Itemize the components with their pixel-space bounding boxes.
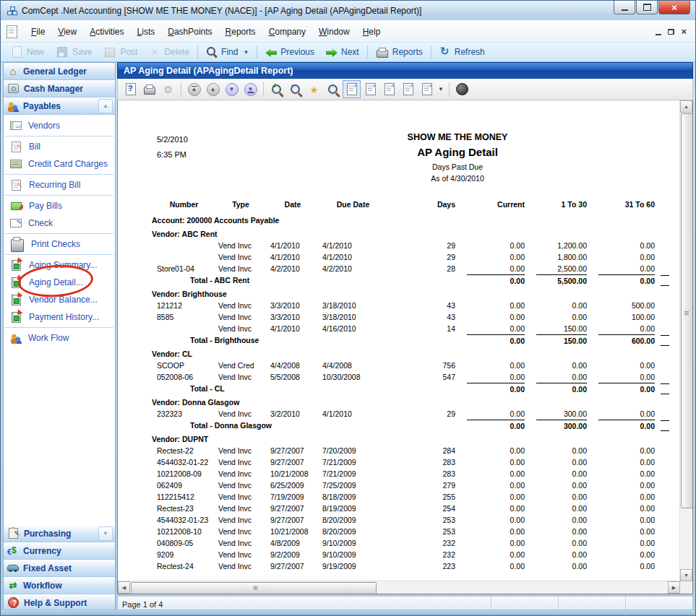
layout-3-button[interactable] <box>380 80 398 98</box>
save-button: Save <box>50 44 98 60</box>
sidebar-item-payment-history[interactable]: Payment History... <box>4 308 115 326</box>
report-row: 052008-06Vend Invc5/5/200810/30/20085470… <box>118 371 680 383</box>
sidebar-header-general-ledger[interactable]: General Ledger <box>4 63 115 80</box>
zoom-out-button[interactable] <box>286 80 304 98</box>
zoom-wand-button[interactable] <box>305 80 323 98</box>
report-icon <box>12 277 21 288</box>
sidebar-header-payables[interactable]: Payables▲ <box>4 97 115 115</box>
refresh-label: Refresh <box>455 47 485 57</box>
layout-5-button[interactable] <box>418 80 436 98</box>
layout-4-button[interactable] <box>399 80 417 98</box>
previous-label: Previous <box>280 47 314 57</box>
menu-item-activities[interactable]: Activities <box>83 25 130 39</box>
total-cell: 0.00 <box>587 383 655 394</box>
sidebar-item-work-flow[interactable]: Work Flow <box>4 329 115 347</box>
stop-button[interactable] <box>453 80 471 98</box>
export-help-icon <box>126 83 136 95</box>
sidebar-item-bill[interactable]: Bill <box>4 138 115 155</box>
new-button: New <box>5 44 50 60</box>
cell: 0.00 <box>455 360 525 371</box>
menu-item-file[interactable]: File <box>25 25 51 39</box>
layout-2-button[interactable] <box>361 80 379 98</box>
menu-item-window[interactable]: Window <box>312 25 356 39</box>
menu-item-view[interactable]: View <box>51 25 83 39</box>
column-header: Days <box>391 199 455 210</box>
cell: 0.00 <box>587 360 655 371</box>
column-header-label: Due Date <box>325 199 381 210</box>
find-button[interactable]: Find▼ <box>200 45 254 59</box>
scroll-down-arrow[interactable]: ▼ <box>680 569 692 581</box>
horizontal-scrollbar[interactable]: ◀ ▶ <box>118 581 680 594</box>
reports-button[interactable]: Reports <box>370 45 429 59</box>
menu-item-reports[interactable]: Reports <box>219 25 262 39</box>
menu-item-help[interactable]: Help <box>356 25 387 39</box>
cell: 10212008-09 <box>157 468 218 480</box>
zoom-in-button[interactable] <box>267 80 285 98</box>
previous-button[interactable]: Previous <box>259 45 320 58</box>
sidebar-header-currency[interactable]: Currency <box>4 542 115 560</box>
mdi-close-icon[interactable]: × <box>681 28 687 35</box>
menu-item-lists[interactable]: Lists <box>131 25 162 39</box>
total-value: 0.00 <box>536 383 587 394</box>
scroll-up-arrow[interactable]: ▲ <box>680 100 692 113</box>
sidebar-item-aging-summary[interactable]: Aging Summary... <box>4 256 115 274</box>
zoom-button[interactable] <box>324 80 342 98</box>
sidebar-item-recurring-bill[interactable]: Recurring Bill <box>4 176 115 194</box>
sidebar-item-aging-detail[interactable]: Aging Detail... <box>4 274 115 291</box>
report-panel-header: AP Aging Detail (APAgingDetail Report) <box>117 62 693 79</box>
chevron-down-icon[interactable]: ▼ <box>437 86 445 92</box>
column-header: 1 To 30 <box>525 199 587 210</box>
first-page-button[interactable]: ▲ <box>185 80 203 98</box>
chevron-up-icon[interactable]: ▲ <box>98 99 113 113</box>
minimize-button[interactable] <box>614 1 635 14</box>
vertical-scrollbar-thumb[interactable] <box>681 113 693 508</box>
layout-single-button[interactable] <box>343 80 361 98</box>
total-cell: 0.00 <box>455 383 525 394</box>
menu-item-company[interactable]: Company <box>262 25 312 39</box>
page-layout-icon <box>384 83 395 95</box>
cell: 8/20/2009 <box>322 526 391 537</box>
maximize-button[interactable] <box>636 1 658 14</box>
refresh-button[interactable]: Refresh <box>434 45 491 59</box>
cell: 255 <box>391 491 455 503</box>
close-button[interactable]: × <box>658 1 690 14</box>
cell: 0.00 <box>455 491 525 503</box>
next-page-button[interactable]: ▼ <box>223 80 241 98</box>
cell: 0.00 <box>455 371 525 383</box>
toolbar-separator <box>431 45 431 58</box>
sidebar-item-credit-card-charges[interactable]: Credit Card Charges <box>4 155 115 173</box>
total-cell: 0.00 <box>455 420 525 431</box>
sidebar-item-vendors[interactable]: Vendors <box>4 117 115 134</box>
sidebar-header-purchasing[interactable]: Purchasing▼ <box>4 525 115 542</box>
sidebar-item-pay-bills[interactable]: Pay Bills <box>4 197 115 214</box>
new-document-icon <box>12 46 22 58</box>
print-button[interactable] <box>140 80 158 98</box>
next-button[interactable]: Next <box>320 45 365 58</box>
sidebar-header-fixed-asset[interactable]: Fixed Asset <box>4 560 115 577</box>
mdi-restore-icon[interactable] <box>668 29 674 35</box>
sidebar-item-vendor-balance[interactable]: Vendor Balance... <box>4 291 115 308</box>
sidebar-header-cash-manager[interactable]: Cash Manager <box>4 80 115 97</box>
scroll-left-arrow[interactable]: ◀ <box>118 581 130 594</box>
sidebar-item-check[interactable]: Check <box>4 214 115 232</box>
export-help-button[interactable] <box>121 80 139 98</box>
vertical-scrollbar[interactable]: ▲ ▼ <box>679 100 692 581</box>
page-setup-button[interactable] <box>159 80 177 98</box>
page-layout-icon <box>347 83 357 95</box>
sidebar-item-print-checks[interactable]: Print Checks <box>4 235 115 253</box>
cell: 0.00 <box>455 503 525 514</box>
bill-page-icon <box>12 142 21 152</box>
last-page-button[interactable]: ▼ <box>241 80 259 98</box>
sidebar-header-workflow[interactable]: Workflow <box>4 577 115 594</box>
cell: 150.00 <box>525 323 587 334</box>
mdi-minimize-icon[interactable] <box>656 32 661 35</box>
prev-page-button[interactable]: ▲ <box>204 80 222 98</box>
chevron-down-icon[interactable]: ▼ <box>98 526 113 541</box>
scroll-right-arrow[interactable]: ▶ <box>668 581 680 594</box>
window-title: ComCept .Net Accounting [SHOW ME THE MON… <box>22 6 421 16</box>
horizontal-scrollbar-thumb[interactable] <box>131 582 377 594</box>
menu-item-dashpoints[interactable]: DashPoints <box>161 25 218 39</box>
column-header-label: 1 To 30 <box>544 199 587 210</box>
total-cell: 600.00 <box>587 334 655 346</box>
cell: 7/25/2009 <box>322 480 391 491</box>
